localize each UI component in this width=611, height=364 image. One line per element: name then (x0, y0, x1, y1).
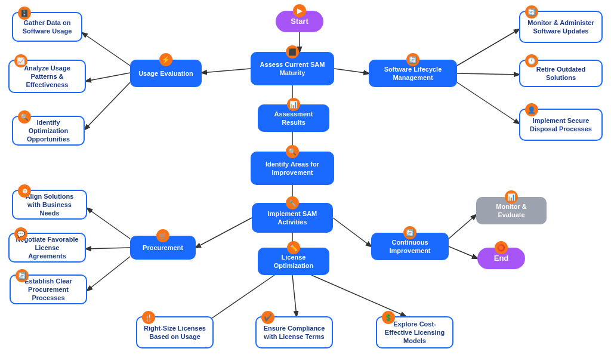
implement-box: 🔧 Implement SAM Activities (252, 203, 333, 233)
ensure-comp-node: ✔️ Ensure Compliance with License Terms (255, 316, 333, 348)
monitor-eval-node: 📊 Monitor & Evaluate (476, 197, 547, 224)
end-node: ⭕ End (477, 248, 525, 269)
procurement-label: Procurement (143, 243, 183, 252)
rightsize-node: 🍴 Right-Size Licenses Based on Usage (136, 316, 214, 348)
negotiate-node: 💬 Negotiate Favorable License Agreements (8, 233, 86, 263)
end-icon: ⭕ (495, 241, 508, 254)
explore-box: 💲 Explore Cost-Effective Licensing Model… (376, 316, 453, 348)
explore-node: 💲 Explore Cost-Effective Licensing Model… (376, 316, 453, 348)
svg-line-7 (82, 33, 130, 66)
software-lc-box: 🔄 Software Lifecycle Management (369, 60, 457, 87)
rightsize-label: Right-Size Licenses Based on Usage (143, 324, 206, 341)
start-box: ▶ Start (276, 11, 323, 32)
negotiate-box: 💬 Negotiate Favorable License Agreements (8, 233, 86, 263)
analyze-usage-icon: 📈 (14, 54, 27, 67)
identify-icon: 🔍 (286, 145, 299, 158)
retire-node: 🕐 Retire Outdated Solutions (519, 60, 603, 87)
monitor-adm-icon: 🔄 (525, 5, 538, 18)
svg-line-13 (196, 218, 252, 248)
identify-node: 🔍 Identify Areas for Improvement (251, 152, 334, 185)
svg-line-14 (333, 218, 371, 246)
monitor-eval-box: 📊 Monitor & Evaluate (476, 197, 547, 224)
align-sol-node: ⊕ Align Solutions with Business Needs (12, 190, 87, 220)
establish-box: 🔄 Establish Clear Procurement Processes (10, 274, 87, 304)
continuous-icon: 🔄 (403, 226, 416, 239)
identify-opt-node: 🔍 Identify Optimization Opportunities (12, 116, 85, 146)
analyze-usage-node: 📈 Analyze Usage Patterns & Effectiveness (8, 60, 86, 93)
implement-sec-icon: 👤 (525, 103, 538, 116)
gather-data-icon: 🗄️ (18, 7, 31, 20)
analyze-usage-box: 📈 Analyze Usage Patterns & Effectiveness (8, 60, 86, 93)
software-lc-icon: 🔄 (406, 53, 419, 66)
usage-eval-label: Usage Evaluation (138, 69, 193, 78)
svg-line-19 (449, 246, 477, 258)
flowchart-diagram: ▶ Start ⬛ Assess Current SAM Maturity 📊 … (0, 0, 611, 364)
continuous-box: 🔄 Continuous Improvement (371, 233, 449, 260)
svg-line-21 (292, 275, 297, 316)
assess-results-node: 📊 Assessment Results (258, 104, 329, 132)
gather-data-box: 🗄️ Gather Data on Software Usage (12, 12, 82, 42)
assess-node: ⬛ Assess Current SAM Maturity (251, 52, 334, 85)
identify-label: Identify Areas for Improvement (257, 160, 328, 177)
monitor-adm-label: Monitor & Administer Software Updates (526, 18, 595, 36)
align-sol-box: ⊕ Align Solutions with Business Needs (12, 190, 87, 220)
svg-line-16 (86, 248, 130, 249)
svg-line-11 (457, 73, 519, 75)
software-lc-label: Software Lifecycle Management (375, 65, 451, 82)
svg-line-15 (87, 208, 130, 239)
assess-results-box: 📊 Assessment Results (258, 104, 329, 132)
identify-opt-icon: 🔍 (18, 110, 31, 124)
svg-line-18 (449, 215, 476, 239)
gather-data-node: 🗄️ Gather Data on Software Usage (12, 12, 82, 42)
establish-icon: 🔄 (16, 269, 29, 282)
end-box: ⭕ End (477, 248, 525, 269)
monitor-adm-box: 🔄 Monitor & Administer Software Updates (519, 11, 603, 43)
monitor-eval-label: Monitor & Evaluate (482, 202, 541, 220)
license-opt-label: License Optimization (264, 253, 323, 270)
retire-box: 🕐 Retire Outdated Solutions (519, 60, 603, 87)
start-icon: ▶ (293, 4, 306, 17)
procurement-icon: 🛒 (156, 229, 169, 242)
monitor-adm-node: 🔄 Monitor & Administer Software Updates (519, 11, 603, 43)
procurement-node: 🛒 Procurement (130, 236, 196, 260)
license-opt-icon: ✏️ (287, 241, 300, 254)
assess-results-label: Assessment Results (264, 110, 323, 127)
negotiate-icon: 💬 (14, 227, 27, 240)
assess-icon: ⬛ (286, 45, 299, 58)
implement-sec-label: Implement Secure Disposal Processes (526, 116, 595, 134)
assess-results-icon: 📊 (287, 98, 300, 111)
ensure-comp-box: ✔️ Ensure Compliance with License Terms (255, 316, 333, 348)
usage-eval-icon: ⚡ (159, 53, 172, 66)
start-node: ▶ Start (276, 11, 323, 32)
software-lc-node: 🔄 Software Lifecycle Management (369, 60, 457, 87)
implement-node: 🔧 Implement SAM Activities (252, 203, 333, 233)
ensure-comp-icon: ✔️ (261, 311, 274, 324)
align-sol-icon: ⊕ (18, 184, 31, 198)
end-label: End (494, 254, 509, 264)
implement-label: Implement SAM Activities (258, 209, 327, 227)
license-opt-box: ✏️ License Optimization (258, 248, 329, 275)
svg-line-12 (457, 82, 519, 124)
identify-opt-box: 🔍 Identify Optimization Opportunities (12, 116, 85, 146)
analyze-usage-label: Analyze Usage Patterns & Effectiveness (16, 64, 79, 90)
rightsize-icon: 🍴 (142, 311, 155, 324)
gather-data-label: Gather Data on Software Usage (19, 18, 75, 36)
establish-node: 🔄 Establish Clear Procurement Processes (10, 274, 87, 304)
explore-label: Explore Cost-Effective Licensing Models (383, 320, 446, 346)
retire-label: Retire Outdated Solutions (526, 65, 595, 82)
svg-line-10 (457, 29, 519, 66)
svg-line-8 (86, 73, 130, 81)
rightsize-box: 🍴 Right-Size Licenses Based on Usage (136, 316, 214, 348)
retire-icon: 🕐 (525, 54, 538, 67)
continuous-label: Continuous Improvement (377, 238, 443, 255)
svg-line-9 (85, 82, 130, 129)
procurement-box: 🛒 Procurement (130, 236, 196, 260)
svg-line-5 (202, 69, 251, 73)
svg-line-17 (87, 257, 130, 291)
license-opt-node: ✏️ License Optimization (258, 248, 329, 275)
implement-icon: 🔧 (286, 196, 299, 209)
monitor-eval-icon: 📊 (505, 190, 518, 203)
svg-line-6 (334, 69, 369, 73)
svg-line-22 (311, 275, 406, 316)
explore-icon: 💲 (382, 311, 395, 324)
